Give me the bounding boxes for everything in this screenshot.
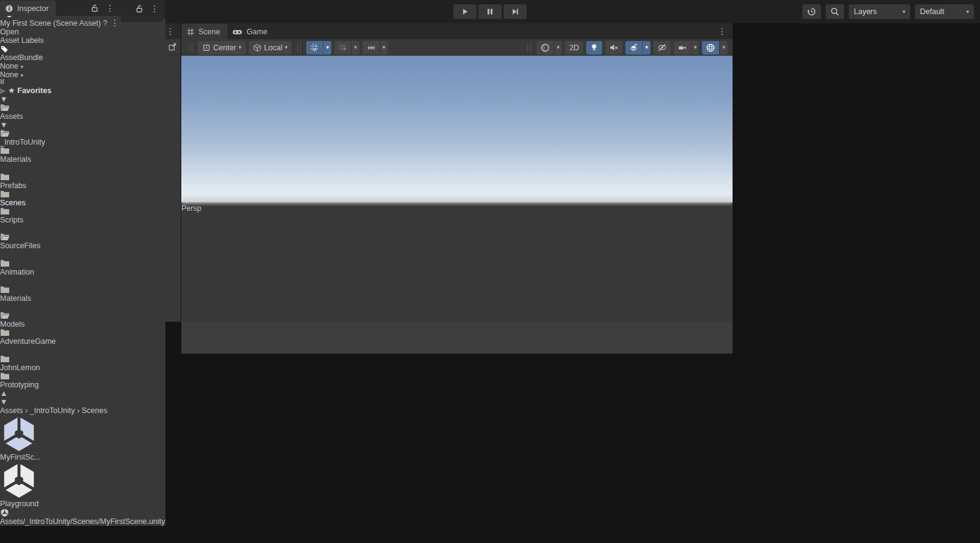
tree-item-models[interactable]: ▼ Models [0,303,165,328]
breadcrumb-current[interactable]: Scenes [81,406,107,415]
asset-tile-playground[interactable]: Playground [0,461,165,508]
scene-ground [181,202,733,322]
shading-mode-button[interactable] [537,41,554,55]
collapse-arrow-icon[interactable]: ▼ [0,95,7,104]
orbit-gizmo-icon [706,43,715,53]
collapse-arrow-icon[interactable]: ▼ [0,121,7,129]
grid-visibility-options[interactable]: ▾ [351,41,360,55]
asset-options-kebab[interactable]: ⋮ [110,18,121,28]
pause-button[interactable] [478,4,502,19]
tree-item-favorites[interactable]: ▶ ★ Favorites [0,86,165,95]
folder-icon [0,173,10,181]
toolbar-grip[interactable] [527,43,531,53]
picker-icon[interactable] [168,42,177,51]
assetbundle-dropdown[interactable]: None ▾ [0,62,121,70]
toolbar-grip[interactable] [297,43,301,53]
chevron-down-icon: ▾ [20,72,23,78]
tree-item-prefabs[interactable]: ▶ Prefabs [0,164,165,190]
tree-item-scenes[interactable]: Scenes [0,190,165,207]
step-button[interactable] [503,4,527,19]
asset-title: My First Scene (Scene Asset) [0,19,101,28]
grid-visibility-toggle[interactable] [334,41,351,55]
project-menu-kebab[interactable]: ⋮ [149,4,160,13]
effects-toggle[interactable] [625,41,642,55]
local-axis-cube-icon [253,44,262,52]
pivot-mode-dropdown[interactable]: Center ▾ [198,41,246,55]
shading-mode-options[interactable]: ▾ [554,41,562,55]
assetbundle-variant-dropdown[interactable]: None ▾ [0,70,121,79]
folder-open-icon [0,104,10,112]
layout-dropdown[interactable]: Default ▾ [915,4,974,19]
snap-increment-options[interactable]: ▾ [380,41,388,55]
tab-inspector[interactable]: Inspector [0,1,56,16]
effects-options[interactable]: ▾ [642,41,650,55]
grid-snapping-options[interactable]: ▾ [323,41,331,55]
gamepad-icon [232,28,243,36]
tree-item-prototyping[interactable]: Prototyping [0,372,165,389]
tree-item-materials[interactable]: Materials [0,146,165,164]
audio-mute-toggle[interactable] [605,41,622,55]
layers-dropdown[interactable]: Layers ▾ [849,4,910,19]
tree-item-scripts[interactable]: Scripts [0,207,165,224]
folder-icon [0,355,10,363]
chevron-down-icon: ▾ [902,9,905,15]
scene-menu-kebab[interactable]: ⋮ [717,27,728,36]
component-tools-options[interactable]: ▾ [719,41,728,55]
search-button[interactable] [826,4,844,19]
orientation-mode-dropdown[interactable]: Local ▾ [249,41,292,55]
folder-icon [0,146,10,155]
scroll-up-arrow[interactable]: ▲ [0,389,7,398]
project-status-bar: Assets/_IntroToUnity/Scenes/MyFirstScene… [0,508,165,526]
component-tools-toggle[interactable] [702,41,719,55]
tree-item-assets[interactable]: ▼ Assets [0,95,165,121]
toolbar-grip[interactable] [189,43,192,53]
scene-grid-icon [186,28,195,36]
scroll-down-arrow[interactable]: ▼ [0,398,7,406]
play-button[interactable] [453,4,477,19]
unity-scene-asset-icon [0,461,38,499]
tree-item-introtounity[interactable]: ▼ _IntroToUnity [0,121,165,146]
unlock-icon[interactable] [91,4,99,12]
asset-tile-myfirstscene[interactable]: MyFirstSc... [0,415,165,461]
camera-icon [677,44,687,52]
chevron-down-icon: ▾ [383,45,386,50]
add-label-button[interactable] [0,45,121,53]
grid-icon [338,43,347,52]
history-icon [807,7,816,17]
svg-text:Y: Y [314,48,317,52]
project-tree-scrollbar[interactable]: ▲ ▼ [0,389,165,406]
effects-layers-icon [629,43,638,52]
tree-item-adventuregame[interactable]: AdventureGame [0,328,165,346]
snap-increment-button[interactable] [363,41,380,55]
breadcrumb-assets[interactable]: Assets [0,406,23,415]
hierarchy-menu-kebab[interactable]: ⋮ [165,27,176,36]
chevron-down-icon: ▾ [326,45,329,50]
hidden-objects-toggle[interactable] [654,41,671,55]
chevron-down-icon: ▾ [285,45,288,50]
scene-viewport[interactable]: y z Persp [181,56,733,322]
unlock-icon[interactable] [135,4,143,13]
tree-item-animation[interactable]: ▶ Animation [0,250,165,276]
tab-game[interactable]: Game [227,24,274,39]
folder-icon [0,207,10,216]
2d-mode-toggle[interactable]: 2D [565,41,583,55]
asset-labels-header[interactable]: Asset Labels [0,36,121,45]
chevron-down-icon: ▾ [239,45,242,50]
breadcrumb-folder[interactable]: _IntroToUnity [30,406,75,415]
camera-settings-options[interactable]: ▾ [691,41,699,55]
chevron-down-icon: ▾ [20,64,23,70]
tab-scene[interactable]: Scene [181,24,227,39]
help-icon[interactable]: ? [103,19,107,28]
project-content-pane: Assets › _IntroToUnity › Scenes MyFirstS… [0,406,165,526]
grid-snapping-toggle[interactable]: Y [306,41,323,55]
tree-item-sourcefiles[interactable]: ▼ SourceFiles [0,224,165,250]
scene-lighting-toggle[interactable] [586,41,602,55]
tree-item-materials-2[interactable]: ▶ Materials [0,276,165,303]
camera-settings-button[interactable] [674,41,691,55]
scene-view-panel: Scene Game ⋮ Center ▾ Local ▾ Y ▾ [181,23,733,322]
open-button[interactable]: Open [0,28,121,36]
expand-arrow-icon[interactable]: ▶ [0,86,6,95]
tree-item-johnlemon[interactable]: ▶ JohnLemon [0,346,165,372]
undo-history-button[interactable] [802,4,821,19]
inspector-menu-kebab[interactable]: ⋮ [105,4,116,12]
